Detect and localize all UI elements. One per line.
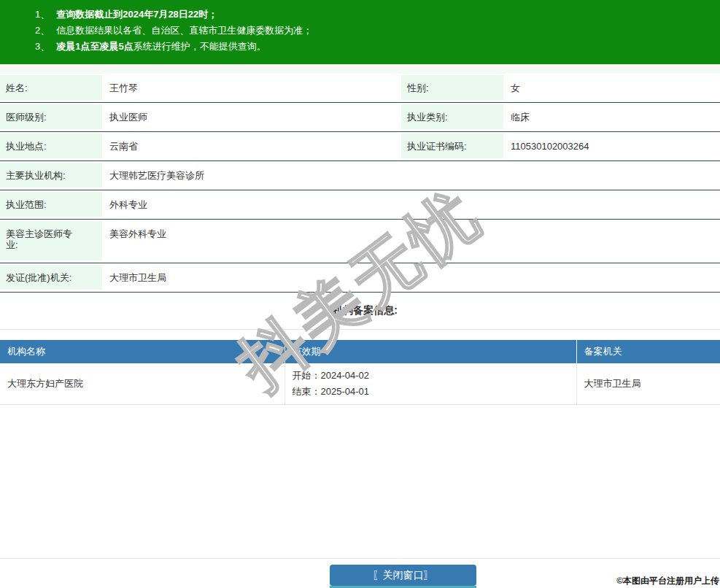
practice-scope-label: 执业范围: (0, 190, 102, 220)
gender-label: 性别: (401, 74, 503, 103)
practitioner-info-table: 姓名: 王竹琴 性别: 女 医师级别: 执业医师 执业类别: 临床 执业地点: … (0, 74, 720, 293)
practice-category-value: 临床 (503, 103, 720, 132)
gender-value: 女 (503, 74, 720, 103)
cosmetic-specialty-label: 美容主诊医师专业: (0, 220, 102, 263)
name-value: 王竹琴 (102, 74, 401, 103)
notice-number: 3、 (35, 41, 50, 52)
notice-number: 1、 (35, 9, 50, 20)
filing-table: 机构名称 有效期 备案机关 大理东方妇产医院 开始：2024-04-02 结束：… (0, 340, 720, 405)
certificate-number-label: 执业证书编码: (401, 132, 503, 161)
filing-authority-value: 大理市卫生局 (576, 363, 720, 405)
filing-section-title: 多机构备案信息: (0, 293, 720, 330)
cosmetic-specialty-value: 美容外科专业 (102, 220, 720, 263)
filing-header-row: 机构名称 有效期 备案机关 (0, 340, 720, 363)
practice-category-label: 执业类别: (401, 103, 503, 132)
notice-number: 2、 (35, 25, 50, 36)
notice-text: 系统进行维护，不能提供查询。 (133, 41, 266, 52)
validity-start: 开始：2024-04-02 (293, 368, 569, 384)
certificate-number-value: 110530102003264 (503, 132, 720, 161)
notice-line-2: 2、信息数据结果以各省、自治区、直辖市卫生健康委数据为准； (35, 23, 713, 39)
table-row: 美容主诊医师专业: 美容外科专业 (0, 220, 720, 263)
name-label: 姓名: (0, 74, 102, 103)
practice-location-label: 执业地点: (0, 132, 102, 161)
filing-org-value: 大理东方妇产医院 (0, 363, 284, 405)
notice-text: 信息数据结果以各省、自治区、直辖市卫生健康委数据为准； (56, 25, 312, 36)
notice-text-bold: 查询数据截止到2024年7月28日22时； (56, 9, 217, 20)
table-row: 执业范围: 外科专业 (0, 190, 720, 220)
filing-gap (0, 330, 720, 340)
doctor-level-value: 执业医师 (102, 103, 401, 132)
filing-data-row: 大理东方妇产医院 开始：2024-04-02 结束：2025-04-01 大理市… (0, 363, 720, 405)
issuing-authority-label: 发证(批准)机关: (0, 263, 102, 293)
table-row: 执业地点: 云南省 执业证书编码: 110530102003264 (0, 132, 720, 161)
column-header-validity: 有效期 (284, 340, 576, 363)
table-row: 姓名: 王竹琴 性别: 女 (0, 74, 720, 103)
table-row: 主要执业机构: 大理韩艺医疗美容诊所 (0, 161, 720, 190)
footer-divider (0, 558, 720, 559)
copyright-notice: ©本图由平台注册用户上传 (616, 575, 719, 587)
close-window-button[interactable]: 〖关闭窗口〗 (330, 565, 476, 586)
filing-validity-cell: 开始：2024-04-02 结束：2025-04-01 (284, 363, 576, 405)
notice-text-bold: 凌晨1点至凌晨5点 (56, 41, 133, 52)
main-org-value: 大理韩艺医疗美容诊所 (102, 161, 720, 190)
notice-line-1: 1、查询数据截止到2024年7月28日22时； (35, 7, 713, 23)
validity-end: 结束：2025-04-01 (293, 384, 569, 400)
notice-line-3: 3、凌晨1点至凌晨5点系统进行维护，不能提供查询。 (35, 39, 713, 55)
banner-gap (0, 64, 720, 74)
issuing-authority-value: 大理市卫生局 (102, 263, 720, 293)
practice-scope-value: 外科专业 (102, 190, 720, 220)
column-header-authority: 备案机关 (576, 340, 720, 363)
table-row: 医师级别: 执业医师 执业类别: 临床 (0, 103, 720, 132)
practice-location-value: 云南省 (102, 132, 401, 161)
main-org-label: 主要执业机构: (0, 161, 102, 190)
doctor-level-label: 医师级别: (0, 103, 102, 132)
table-row: 发证(批准)机关: 大理市卫生局 (0, 263, 720, 293)
column-header-org: 机构名称 (0, 340, 284, 363)
notice-banner: 1、查询数据截止到2024年7月28日22时； 2、信息数据结果以各省、自治区、… (0, 0, 720, 64)
